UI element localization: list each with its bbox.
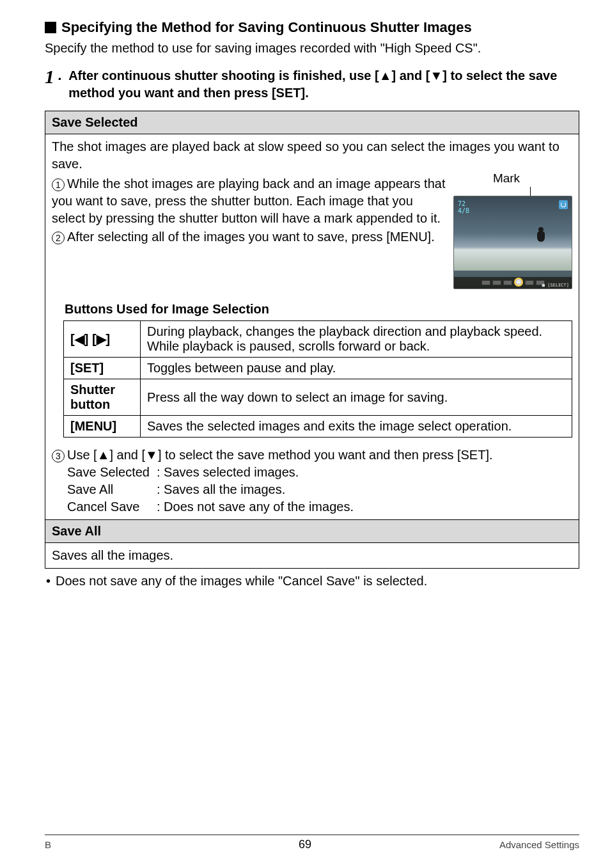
sub-save-all-desc: : Saves all the images. (157, 481, 285, 498)
btn-row-menu-label: [MENU] (64, 416, 141, 438)
save-selected-intro: The shot images are played back at slow … (52, 138, 572, 173)
btn-row-set-label: [SET] (64, 358, 141, 379)
mark-pointer-line (530, 187, 531, 196)
item2-text: After selecting all of the images you wa… (67, 230, 435, 244)
circled-3-icon: 3 (52, 450, 65, 462)
circled-1-icon: 1 (52, 178, 65, 191)
preview-thumbnail: 72 4/8 ■ [SELECT] (453, 196, 572, 289)
down-arrow-icon: ▼ (430, 68, 443, 83)
step-dot: . (58, 67, 62, 84)
thumbnail-info-bar (454, 271, 572, 277)
mark-thumbnail-area: Mark 72 4/8 ■ [SELECT] (453, 171, 572, 289)
save-all-header: Save All (45, 520, 579, 543)
step-number: 1 (45, 67, 54, 86)
footnote-text: Does not save any of the images while "C… (56, 574, 427, 588)
sub-save-selected-label: Save Selected (67, 464, 157, 481)
btn-row-menu-desc: Saves the selected images and exits the … (141, 416, 572, 438)
sub-save-all-label: Save All (67, 481, 157, 498)
buttons-heading: Buttons Used for Image Selection (65, 302, 572, 317)
right-arrow-icon: ▶ (97, 332, 106, 346)
square-bullet-icon (45, 22, 56, 33)
bullet-icon: • (46, 574, 51, 588)
page-footer: B 69 Advanced Settings (0, 834, 610, 850)
item3-seg: ] to select the save method you want and… (158, 448, 493, 462)
section-heading: Specifying the Method for Saving Continu… (45, 19, 579, 36)
person-silhouette-icon (537, 227, 545, 242)
footer-page-number: 69 (0, 838, 610, 851)
save-all-content: Saves all the images. (45, 543, 579, 569)
sub-cancel-save-desc: : Does not save any of the images. (157, 498, 354, 516)
sub-save-selected-desc: : Saves selected images. (157, 464, 299, 481)
step-text-seg: ] and [ (392, 68, 430, 83)
down-arrow-icon: ▼ (145, 448, 158, 462)
save-methods-table: Save Selected The shot images are played… (45, 111, 579, 569)
save-method-sublist: Save Selected: Saves selected images. Sa… (67, 464, 572, 516)
item3-seg: Use [ (67, 448, 97, 462)
item3-seg: ] and [ (109, 448, 145, 462)
thumbnail-timeline: ■ [SELECT] (454, 277, 572, 288)
footnote: • Does not save any of the images while … (45, 574, 579, 588)
sub-cancel-save-label: Cancel Save (67, 498, 157, 516)
mark-label: Mark (453, 171, 572, 185)
step-text: After continuous shutter shooting is fin… (68, 67, 579, 102)
circled-2-icon: 2 (52, 232, 65, 244)
heading-text: Specifying the Method for Saving Continu… (61, 19, 472, 35)
up-arrow-icon: ▲ (379, 68, 392, 83)
btn-row-shutter-desc: Press all the way down to select an imag… (141, 379, 572, 416)
save-selected-item-2: 2After selecting all of the images you w… (52, 228, 447, 246)
step-text-seg: After continuous shutter shooting is fin… (68, 68, 379, 83)
buttons-table: [◀] [▶] During playback, changes the pla… (63, 320, 572, 438)
save-selected-item-1: 1While the shot images are playing back … (52, 175, 447, 227)
btn-row-shutter-label: Shutter button (64, 379, 141, 416)
btn-row-arrows-label: [◀] [▶] (64, 321, 141, 358)
mark-indicator-icon (559, 200, 568, 209)
btn-row-arrows-desc: During playback, changes the playback di… (141, 321, 572, 358)
save-selected-header: Save Selected (45, 111, 579, 134)
up-arrow-icon: ▲ (97, 448, 110, 462)
step-1: 1. After continuous shutter shooting is … (45, 67, 579, 102)
intro-text: Specify the method to use for saving ima… (45, 40, 579, 57)
thumbnail-counter: 72 4/8 (458, 200, 469, 214)
left-arrow-icon: ◀ (75, 332, 84, 346)
btn-row-set-desc: Toggles between pause and play. (141, 358, 572, 379)
item1-text: While the shot images are playing back a… (52, 177, 445, 225)
save-selected-content: The shot images are played back at slow … (45, 134, 579, 520)
save-selected-item-3: 3Use [▲] and [▼] to select the save meth… (52, 446, 572, 464)
